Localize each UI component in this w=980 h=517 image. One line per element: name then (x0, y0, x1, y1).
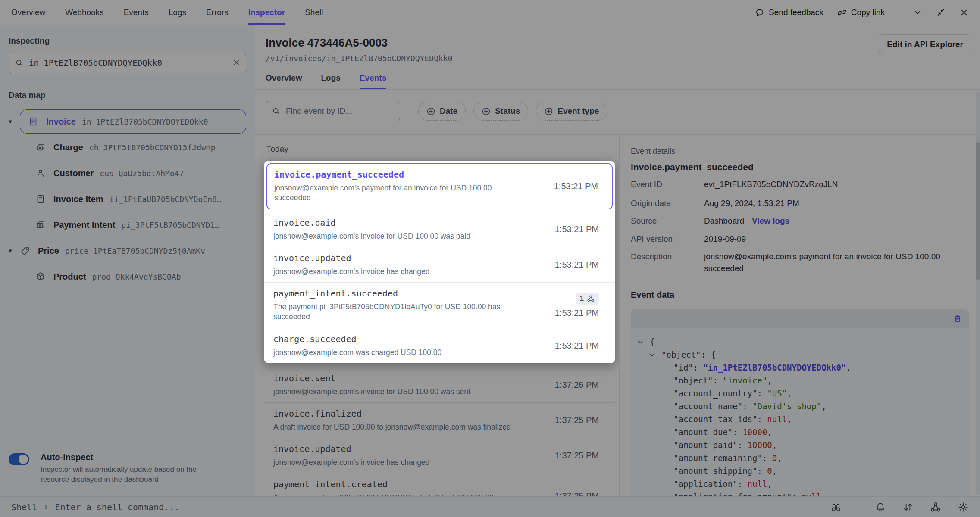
tree-item-charge[interactable]: Charge ch_3PtF5tB705bCDNYD15fJdwHp (9, 134, 246, 160)
json-key: "account_country": (673, 389, 767, 398)
auto-inspect-toggle[interactable] (9, 453, 29, 465)
price-tag-icon (20, 246, 33, 256)
event-type: charge.succeeded (273, 334, 547, 344)
shell-prompt[interactable]: Shell › Enter a shell command... (11, 501, 179, 512)
tree-item-label: Customer (53, 168, 94, 178)
event-type: invoice.updated (273, 253, 547, 263)
event-time: 1:37:26 PM (555, 380, 599, 390)
tree-item-invoice-item[interactable]: Invoice Item ii_1PtEaUB705bCDNYDoEn8… (9, 186, 246, 212)
data-map-label: Data map (9, 90, 246, 100)
search-icon (272, 106, 281, 116)
tree-item-payment-intent[interactable]: Payment Intent pi_3PtF5tB705bCDNYD1… (9, 212, 246, 238)
tree-item-invoice[interactable]: ▾ Invoice in_1PtEZlB705bCDNYDQYEDQkk0 (9, 109, 246, 134)
send-feedback-label: Send feedback (769, 8, 823, 17)
nav-item-inspector[interactable]: Inspector (248, 0, 285, 25)
event-type: invoice.finalized (273, 408, 547, 419)
json-token: { (650, 337, 654, 346)
tree-item-invoice-selected-box[interactable]: Invoice in_1PtEZlB705bCDNYDQYEDQkk0 (20, 109, 246, 134)
clear-search-icon[interactable] (232, 58, 241, 67)
copy-link-label: Copy link (851, 8, 885, 17)
filter-pill-event-type[interactable]: Event type (536, 102, 607, 121)
event-row-invoice-sent[interactable]: invoice.sent jonsnow@example.com's invoi… (264, 368, 615, 402)
caret-down-icon[interactable]: ▾ (9, 118, 20, 125)
topbar-divider (899, 7, 899, 18)
json-token: , (767, 479, 772, 489)
field-value: Aug 29, 2024, 1:53:21 PM (704, 198, 799, 209)
copy-link-button[interactable]: Copy link (837, 8, 885, 17)
json-value: null (767, 414, 787, 424)
json-key: "amount_shipping": (673, 466, 767, 476)
tab-overview[interactable]: Overview (266, 73, 302, 89)
copy-json-icon[interactable] (953, 315, 962, 323)
tree-item-product[interactable]: Product prod_Qkk4AvqYsBGOAb (9, 264, 246, 290)
event-description: jonsnow@example.com's invoice for USD 10… (273, 231, 517, 241)
field-label: API version (631, 234, 704, 244)
shell-chevron: › (43, 501, 49, 512)
tree-item-customer[interactable]: Customer cus_QaDz5bdtAhMo47 (9, 160, 246, 186)
event-row-payment-intent-created[interactable]: payment_intent.created A new payment pi_… (264, 473, 615, 496)
event-time: 1:53:21 PM (554, 181, 598, 191)
field-value: 2019-09-09 (704, 234, 746, 245)
nav-item-webhooks[interactable]: Webhooks (65, 0, 103, 25)
event-row-invoice-updated[interactable]: invoice.updated jonsnow@example.com's in… (264, 247, 615, 282)
tab-logs[interactable]: Logs (321, 73, 341, 89)
field-value: Dashboard (704, 215, 744, 227)
nav-item-shell[interactable]: Shell (305, 0, 323, 25)
tree-item-label: Charge (53, 143, 83, 153)
json-token: , (787, 414, 792, 424)
settings-gear-icon[interactable] (958, 501, 969, 513)
json-token: { (711, 350, 715, 359)
caret-down-icon[interactable]: ▾ (9, 247, 20, 255)
inspector-main: Invoice 473446A5-0003 /v1/invoices/in_1P… (255, 25, 980, 496)
tab-events[interactable]: Events (360, 73, 386, 89)
event-row-invoice-updated-2[interactable]: invoice.updated jonsnow@example.com's in… (264, 438, 615, 473)
json-collapse-caret[interactable] (638, 335, 650, 348)
find-event-input[interactable] (266, 101, 400, 121)
json-value[interactable]: "in_1PtEZlB705bCDNYDQYEDQkk0" (703, 363, 846, 372)
event-id-value[interactable]: evt_1PtFLKB705bCDNYDZvRzoJLN (704, 179, 838, 191)
field-source: Source Dashboard View logs (631, 215, 969, 227)
send-feedback-button[interactable]: Send feedback (755, 8, 823, 17)
tree-item-price[interactable]: ▾ Price price_1PtEaTB705bCDNYDz5j0AmKv (9, 238, 246, 264)
top-nav-bar: Overview Webhooks Events Logs Errors Ins… (0, 0, 980, 25)
chevron-down-icon[interactable] (913, 8, 922, 17)
event-row-invoice-finalized[interactable]: invoice.finalized A draft invoice for US… (264, 402, 615, 438)
close-icon[interactable] (959, 8, 969, 17)
nav-item-events[interactable]: Events (124, 0, 149, 25)
webhook-delivery-badge[interactable]: 1 (576, 293, 599, 305)
event-row-charge-succeeded[interactable]: charge.succeeded jonsnow@example.com was… (264, 328, 615, 363)
inspecting-search-input[interactable] (9, 53, 246, 73)
invoice-icon (28, 116, 41, 127)
webhooks-icon[interactable] (930, 501, 941, 513)
notifications-bell-icon[interactable] (875, 501, 886, 513)
json-token: , (846, 363, 851, 372)
invoice-item-icon (35, 194, 48, 204)
tree-item-id: pi_3PtF5tB705bCDNYD1… (121, 221, 219, 230)
event-row-payment-intent-succeeded[interactable]: payment_intent.succeeded The payment pi_… (264, 282, 615, 327)
json-value: 10000 (748, 440, 772, 450)
json-key: "amount_remaining": (673, 453, 772, 463)
view-logs-link[interactable]: View logs (752, 216, 789, 226)
filter-pill-date[interactable]: Date (418, 102, 466, 121)
event-row-invoice-paid[interactable]: invoice.paid jonsnow@example.com's invoi… (264, 212, 615, 247)
nav-item-overview[interactable]: Overview (11, 0, 45, 25)
json-value: 0 (772, 453, 777, 463)
event-time: 1:37:25 PM (555, 415, 599, 425)
json-token: , (772, 466, 777, 476)
resource-tabs: Overview Logs Events (255, 63, 980, 90)
json-collapse-caret[interactable] (649, 348, 661, 361)
event-data-heading: Event data (631, 290, 969, 300)
nav-item-logs[interactable]: Logs (169, 0, 186, 25)
api-traffic-arrows-icon[interactable] (902, 501, 914, 513)
field-description: Description jonsnow@example.com's paymen… (631, 251, 969, 274)
json-key: "application": (673, 479, 748, 489)
scrollbar-thumb[interactable] (976, 142, 980, 280)
nav-item-errors[interactable]: Errors (206, 0, 229, 25)
json-viewer-toolbar (631, 309, 969, 328)
collapse-window-icon[interactable] (936, 8, 946, 17)
event-details-heading: Event details (631, 147, 969, 156)
edit-in-api-explorer-button[interactable]: Edit in API Explorer (879, 34, 971, 54)
filter-pill-status[interactable]: Status (473, 102, 528, 121)
event-row-invoice-payment-succeeded[interactable]: invoice.payment_succeeded jonsnow@exampl… (266, 163, 613, 209)
inspector-binoculars-icon[interactable] (830, 501, 842, 513)
